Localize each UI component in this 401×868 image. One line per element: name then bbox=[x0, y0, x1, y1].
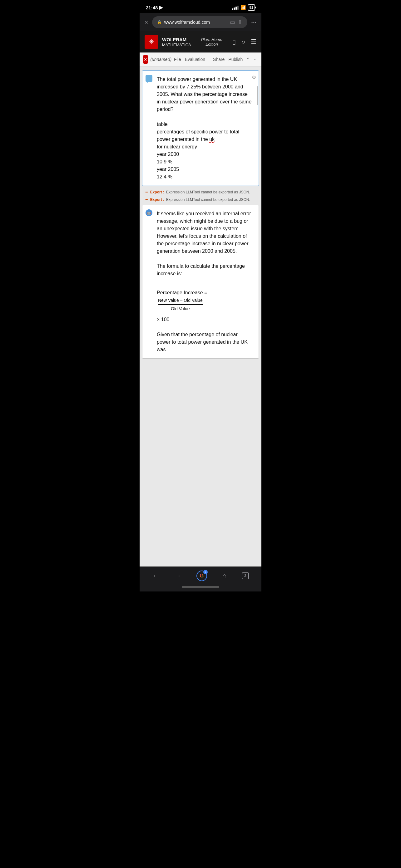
user-message-icon bbox=[145, 75, 153, 82]
publish-chevron-icon[interactable]: ⌃ bbox=[246, 57, 250, 62]
ai-response-content: It seems like you received an internal e… bbox=[157, 210, 252, 353]
home-bar bbox=[182, 586, 219, 588]
wolfram-title-block: WOLFRAM MATHEMATICA bbox=[162, 37, 191, 47]
export-text-2: Expression LLMTool cannot be exported as… bbox=[166, 197, 250, 202]
bookmark-icon[interactable]: ▭ bbox=[230, 19, 235, 26]
home-button[interactable]: ⌂ bbox=[222, 572, 226, 580]
export-messages: ··· Export : Expression LLMTool cannot b… bbox=[142, 188, 259, 204]
notebook-icon: ✕ bbox=[143, 55, 148, 64]
ai-avatar: 🤖 bbox=[145, 209, 153, 216]
ai-response-cell: 🤖 It seems like you received an internal… bbox=[142, 205, 259, 359]
status-bar: 21:48 ▶ 📶 51 bbox=[140, 0, 261, 13]
forward-button[interactable]: → bbox=[174, 572, 181, 580]
home-indicator bbox=[140, 584, 261, 591]
formula-label: Percentage Increase = bbox=[157, 290, 207, 295]
url-text: www.wolframcloud.com bbox=[164, 20, 228, 25]
wolfram-logo: ✳ bbox=[144, 35, 158, 49]
table-label: table bbox=[157, 121, 252, 128]
table-for: for nuclear energy bbox=[157, 143, 252, 151]
share-icon[interactable]: ⇧ bbox=[238, 19, 242, 26]
uk-text: uk bbox=[209, 136, 214, 142]
input-cell: ⚙ The total power generated in the UK in… bbox=[142, 70, 259, 186]
menu-icon[interactable]: ☰ bbox=[251, 38, 257, 45]
fraction-denominator: Old Value bbox=[171, 305, 190, 312]
export-label-2: Export : bbox=[150, 197, 164, 202]
location-icon: ▶ bbox=[159, 5, 163, 10]
export-text-1: Expression LLMTool cannot be exported as… bbox=[166, 190, 250, 194]
battery-indicator: 51 bbox=[248, 4, 255, 11]
file-menu-item[interactable]: File bbox=[174, 57, 181, 62]
lock-icon: 🔒 bbox=[157, 20, 162, 24]
publish-button[interactable]: Publish bbox=[228, 57, 243, 62]
question-text: The total power generated in the UK incr… bbox=[157, 75, 252, 113]
ai-intro-text: It seems like you received an internal e… bbox=[157, 210, 252, 255]
status-time: 21:48 bbox=[146, 5, 158, 10]
google-g-icon: G bbox=[200, 573, 204, 579]
wolfram-plan: Plan: Home Edition bbox=[195, 37, 229, 46]
scrollbar bbox=[257, 86, 258, 105]
tabs-button[interactable]: 3 bbox=[242, 572, 249, 579]
given-text: Given that the percentage of nuclear pow… bbox=[157, 331, 252, 353]
export-label-1: Export : bbox=[150, 190, 164, 194]
google-plus-icon: + bbox=[203, 570, 208, 574]
wifi-icon: 📶 bbox=[240, 5, 246, 10]
search-icon[interactable]: ○ bbox=[241, 38, 245, 45]
value-2000: 10.9 % bbox=[157, 158, 252, 165]
cell-text-content: The total power generated in the UK incr… bbox=[157, 75, 252, 181]
folder-icon[interactable]: ▯ bbox=[232, 38, 236, 45]
export-message-1: ··· Export : Expression LLMTool cannot b… bbox=[142, 188, 259, 196]
bottom-nav: ← → G + ⌂ 3 bbox=[140, 566, 261, 584]
export-message-2: ··· Export : Expression LLMTool cannot b… bbox=[142, 196, 259, 204]
wolfram-header-icons: ▯ ○ ☰ bbox=[232, 38, 257, 45]
value-2005: 12.4 % bbox=[157, 173, 252, 181]
share-menu-item[interactable]: Share bbox=[213, 57, 225, 62]
evaluation-menu-item[interactable]: Evaluation bbox=[185, 57, 205, 62]
formula-intro: The formula to calculate the percentage … bbox=[157, 262, 252, 277]
fraction-numerator: New Value – Old Value bbox=[158, 297, 203, 305]
close-tab-button[interactable]: × bbox=[144, 19, 148, 26]
browser-more-button[interactable]: ··· bbox=[251, 19, 257, 26]
wolfram-subtitle: MATHEMATICA bbox=[162, 42, 191, 47]
toolbar-more-button[interactable]: ··· bbox=[254, 57, 258, 62]
notebook-toolbar: ✕ (unnamed) File Evaluation Share Publis… bbox=[140, 53, 261, 67]
year-2000-label: year 2000 bbox=[157, 151, 252, 158]
wolfram-header: ✳ WOLFRAM MATHEMATICA Plan: Home Edition… bbox=[140, 31, 261, 53]
formula-block: Percentage Increase = New Value – Old Va… bbox=[157, 289, 252, 312]
table-description: percentages of specific power to total p… bbox=[157, 128, 252, 143]
ai-avatar-icon: 🤖 bbox=[147, 211, 151, 215]
export-icon-1: ··· bbox=[144, 190, 148, 195]
signal-icon bbox=[232, 6, 239, 10]
back-button[interactable]: ← bbox=[152, 572, 159, 580]
wolfram-title: WOLFRAM bbox=[162, 37, 191, 42]
notebook-name: (unnamed) bbox=[150, 57, 171, 62]
url-bar[interactable]: 🔒 www.wolframcloud.com ▭ ⇧ bbox=[152, 16, 248, 28]
toolbar-menu: File Evaluation Share Publish ⌃ ··· bbox=[174, 57, 258, 62]
year-2005-label: year 2005 bbox=[157, 165, 252, 173]
fraction: New Value – Old Value Old Value bbox=[158, 297, 203, 312]
export-icon-2: ··· bbox=[144, 197, 148, 202]
browser-bar: × 🔒 www.wolframcloud.com ▭ ⇧ ··· bbox=[140, 13, 261, 31]
multiply-text: × 100 bbox=[157, 316, 252, 323]
wolfram-logo-icon: ✳ bbox=[149, 38, 154, 46]
cell-settings-icon[interactable]: ⚙ bbox=[252, 74, 256, 80]
google-assistant-button[interactable]: G + bbox=[196, 570, 207, 581]
main-content: ⚙ The total power generated in the UK in… bbox=[140, 67, 261, 566]
